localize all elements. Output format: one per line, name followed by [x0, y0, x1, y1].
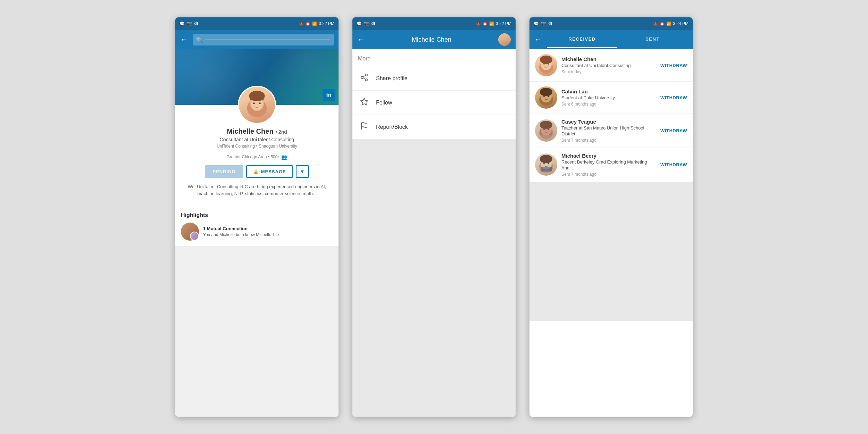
- linkedin-badge: in: [323, 89, 335, 101]
- message-icon-3: 💬: [534, 21, 539, 26]
- status-icons-right-3: 🔕 ⏰ 📶 3:24 PM: [653, 21, 688, 26]
- svg-line-12: [363, 76, 366, 77]
- status-time-3: 3:24 PM: [673, 21, 688, 26]
- message-button[interactable]: 🔒 MESSAGE: [246, 165, 293, 178]
- profile-excerpt: We, UniTalent Consulting LLC are hiring …: [182, 183, 332, 197]
- conn-name-michelle: Michelle Chen: [561, 56, 656, 62]
- conn-avatar-casey: [535, 119, 557, 142]
- conn-time-calvin: Sent 6 months ago: [561, 102, 656, 107]
- conn-name-casey: Casey Teague: [561, 119, 656, 125]
- svg-point-10: [365, 79, 367, 81]
- svg-point-24: [540, 88, 552, 96]
- conn-avatar-calvin: [535, 86, 557, 109]
- svg-point-29: [540, 121, 552, 129]
- message-icon: 💬: [180, 21, 185, 26]
- connection-list: Michelle Chen Consultant at UniTalent Co…: [529, 49, 693, 417]
- empty-area: [352, 139, 516, 417]
- status-icons-right: 🔕 ⏰ 📶 3:22 PM: [299, 21, 334, 26]
- svg-point-35: [540, 155, 552, 163]
- conn-name-michael: Michael Beery: [561, 153, 656, 159]
- status-bar-3: 💬 📷 🖼 🔕 ⏰ 📶 3:24 PM: [529, 17, 693, 30]
- mute-icon-2: 🔕: [476, 22, 481, 26]
- tab-sent[interactable]: SENT: [617, 31, 688, 48]
- screen2-more-menu: 💬 📷 🖼 🔕 ⏰ 📶 3:22 PM ← Michelle Chen More: [352, 17, 516, 417]
- message-icon-2: 💬: [357, 21, 362, 26]
- tab-received[interactable]: RECEIVED: [547, 31, 617, 48]
- flag-icon: [359, 122, 369, 132]
- svg-rect-30: [540, 128, 552, 135]
- profile-hero: in: [175, 49, 339, 105]
- connection-item-calvin[interactable]: Calvin Lau Student at Duke University Se…: [529, 82, 693, 114]
- conn-info-michelle: Michelle Chen Consultant at UniTalent Co…: [561, 56, 656, 74]
- lock-icon: 🔒: [253, 169, 259, 174]
- follow-item[interactable]: Follow: [352, 91, 516, 115]
- status-icons-left-2: 💬 📷 🖼: [357, 21, 375, 26]
- instagram-icon: 📷: [187, 21, 192, 26]
- search-bar[interactable]: 🔍: [193, 34, 334, 45]
- conn-avatar-michael: [535, 153, 557, 176]
- screen2-nav-title: Michelle Chen: [370, 36, 493, 43]
- search-input[interactable]: [205, 40, 330, 40]
- svg-point-6: [259, 102, 261, 104]
- follow-label: Follow: [376, 100, 392, 106]
- nav-avatar: [498, 33, 511, 46]
- withdraw-btn-michael[interactable]: WITHDRAW: [660, 162, 687, 167]
- status-icons-right-2: 🔕 ⏰ 📶 3:22 PM: [476, 21, 511, 26]
- mutual-desc: You and Michelle both know Michelle Tse: [203, 232, 279, 237]
- alarm-icon-3: ⏰: [660, 22, 665, 26]
- status-time-2: 3:22 PM: [496, 21, 511, 26]
- share-profile-item[interactable]: Share profile: [352, 66, 516, 91]
- wifi-icon-3: 📶: [666, 22, 671, 26]
- alarm-icon: ⏰: [306, 22, 310, 26]
- conn-info-michael: Michael Beery Recent Berkeley Grad Explo…: [561, 153, 656, 177]
- svg-point-7: [249, 91, 265, 101]
- camera-icon-2: 🖼: [371, 21, 375, 26]
- alarm-icon-2: ⏰: [483, 22, 487, 26]
- dropdown-button[interactable]: ▼: [296, 165, 309, 178]
- share-icon: [359, 73, 369, 83]
- svg-marker-13: [361, 98, 368, 105]
- report-block-item[interactable]: Report/Block: [352, 115, 516, 139]
- conn-title-calvin: Student at Duke University: [561, 95, 656, 101]
- conn-time-michael: Sent 7 months ago: [561, 172, 656, 177]
- status-icons-left-3: 💬 📷 🖼: [534, 21, 552, 26]
- back-button-2[interactable]: ←: [357, 35, 365, 44]
- profile-actions: PENDING 🔒 MESSAGE ▼: [182, 165, 332, 178]
- mute-icon-3: 🔕: [653, 22, 658, 26]
- profile-avatar-wrap: [238, 86, 276, 124]
- conn-title-michael: Recent Berkeley Grad Exploring Marketing…: [561, 159, 656, 171]
- connection-item-michelle[interactable]: Michelle Chen Consultant at UniTalent Co…: [529, 49, 693, 82]
- conn-info-calvin: Calvin Lau Student at Duke University Se…: [561, 89, 656, 107]
- withdraw-btn-casey[interactable]: WITHDRAW: [660, 128, 687, 133]
- share-profile-label: Share profile: [376, 75, 408, 82]
- screen3-connections: 💬 📷 🖼 🔕 ⏰ 📶 3:24 PM ← RECEIVED SENT: [529, 17, 693, 417]
- screen1-profile: 💬 📷 🖼 🔕 ⏰ 📶 3:22 PM ← 🔍: [175, 17, 339, 417]
- conn-info-casey: Casey Teague Teacher at San Mateo Union …: [561, 119, 656, 143]
- svg-point-5: [253, 102, 255, 104]
- connection-item-casey[interactable]: Casey Teague Teacher at San Mateo Union …: [529, 114, 693, 148]
- back-button-3[interactable]: ←: [534, 35, 542, 44]
- conn-avatar-michelle: [535, 54, 557, 76]
- nav-bar-1: ← 🔍: [175, 30, 339, 49]
- conn-title-casey: Teacher at San Mateo Union High School D…: [561, 125, 656, 137]
- pending-button[interactable]: PENDING: [205, 165, 243, 178]
- withdraw-btn-michelle[interactable]: WITHDRAW: [660, 63, 687, 68]
- status-icons-left: 💬 📷 🖼: [180, 21, 198, 26]
- mutual-avatar: [181, 223, 199, 241]
- svg-point-19: [540, 56, 552, 64]
- svg-line-11: [363, 78, 366, 80]
- search-icon: 🔍: [196, 36, 203, 43]
- status-bar-2: 💬 📷 🖼 🔕 ⏰ 📶 3:22 PM: [352, 17, 516, 30]
- profile-meta2: Greater Chicago Area • 500+ 👥: [182, 154, 332, 160]
- mutual-info: 1 Mutual Connection You and Michelle bot…: [203, 226, 279, 237]
- connections-tabs: RECEIVED SENT: [547, 31, 688, 48]
- camera-icon-3: 🖼: [548, 21, 552, 26]
- connection-item-michael[interactable]: Michael Beery Recent Berkeley Grad Explo…: [529, 148, 693, 182]
- withdraw-btn-calvin[interactable]: WITHDRAW: [660, 95, 687, 100]
- back-button-1[interactable]: ←: [180, 35, 188, 44]
- nav-bar-2: ← Michelle Chen: [352, 30, 516, 49]
- connections-icon: 👥: [281, 154, 287, 160]
- mute-icon: 🔕: [299, 22, 304, 26]
- nav-bar-3: ← RECEIVED SENT: [529, 30, 693, 49]
- report-block-label: Report/Block: [376, 124, 408, 130]
